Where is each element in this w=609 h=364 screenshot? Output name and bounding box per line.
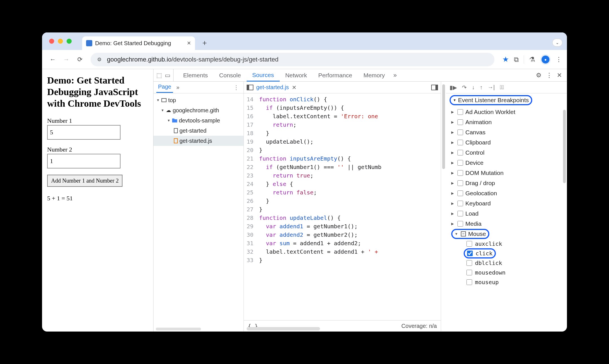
category-checkbox[interactable]: [457, 160, 463, 166]
category-checkbox[interactable]: [457, 150, 463, 155]
editor-v-scrollbar[interactable]: [441, 82, 446, 332]
tab-network[interactable]: Network: [280, 69, 313, 81]
close-tab-icon[interactable]: ✕: [187, 40, 191, 46]
omnibox[interactable]: ⚙ googlechrome.github.io/devtools-sample…: [91, 53, 494, 66]
experiments-icon[interactable]: ⚗: [529, 56, 535, 63]
category-canvas[interactable]: ▶Canvas: [446, 127, 567, 137]
toggle-navigator-icon[interactable]: [247, 85, 253, 90]
more-panels-button[interactable]: »: [391, 72, 400, 79]
step-over-icon[interactable]: ↷: [462, 84, 467, 91]
category-checkbox[interactable]: [457, 119, 463, 125]
event-auxclick[interactable]: auxclick: [446, 239, 567, 249]
navigator-scrollbar[interactable]: [156, 328, 201, 330]
tab-search-button[interactable]: ⌄: [552, 39, 562, 47]
category-ad-auction-worklet[interactable]: ▶Ad Auction Worklet: [446, 107, 567, 117]
site-settings-icon[interactable]: ⚙: [96, 56, 103, 63]
devtools: ⬚ ▭ Elements Console Sources Network Per…: [154, 69, 567, 332]
event-click[interactable]: click: [446, 249, 567, 258]
category-checkbox[interactable]: [457, 140, 463, 145]
debugger-pane: ▮▶ ↷ ↓ ↑ →| ◇⃠ ▼ Event Listener Breakpoi…: [446, 82, 567, 332]
event-listener-breakpoints-highlight: ▼ Event Listener Breakpoints: [450, 95, 532, 105]
category-clipboard[interactable]: ▶Clipboard: [446, 137, 567, 148]
number2-input[interactable]: [47, 154, 121, 168]
navigator-more-button[interactable]: »: [175, 84, 181, 91]
navigator-tab-page[interactable]: Page: [156, 82, 173, 93]
tab-memory[interactable]: Memory: [358, 69, 391, 81]
add-button[interactable]: Add Number 1 and Number 2: [47, 175, 122, 187]
event-checkbox[interactable]: [466, 270, 472, 275]
devtools-menu-icon[interactable]: ⋮: [544, 72, 555, 79]
category-checkbox[interactable]: [457, 190, 463, 196]
event-checkbox[interactable]: [466, 260, 472, 266]
tree-file-html[interactable]: get-started: [154, 126, 244, 136]
number1-input[interactable]: [47, 125, 121, 140]
category-drag-drop[interactable]: ▶Drag / drop: [446, 178, 567, 188]
mouse-mixed-checkbox-icon[interactable]: −: [461, 231, 466, 236]
step-icon[interactable]: →|: [488, 84, 495, 91]
editor-h-scrollbar[interactable]: [247, 327, 320, 330]
event-mousedown[interactable]: mousedown: [446, 268, 567, 277]
event-checkbox[interactable]: [466, 279, 472, 285]
category-geolocation[interactable]: ▶Geolocation: [446, 188, 567, 198]
event-checkbox[interactable]: [467, 251, 473, 256]
category-checkbox[interactable]: [457, 221, 463, 227]
category-keyboard[interactable]: ▶Keyboard: [446, 198, 567, 209]
event-checkbox[interactable]: [466, 241, 472, 247]
category-checkbox[interactable]: [457, 211, 463, 216]
device-toggle-icon[interactable]: ▭: [165, 72, 170, 79]
browser-menu-button[interactable]: ⋮: [556, 56, 562, 63]
new-tab-button[interactable]: ＋: [199, 37, 210, 48]
profile-button[interactable]: ●: [540, 54, 551, 65]
devtools-settings-icon[interactable]: ⚙: [534, 72, 544, 79]
js-file-icon: [174, 138, 178, 143]
bookmark-star-icon[interactable]: ★: [502, 55, 509, 64]
category-checkbox[interactable]: [457, 170, 463, 176]
editor-tab-file[interactable]: get-started.js: [256, 84, 289, 91]
tab-strip: Demo: Get Started Debugging ✕ ＋ ⌄: [42, 32, 567, 50]
maximize-window-button[interactable]: [67, 39, 72, 44]
toggle-debugger-icon[interactable]: [431, 85, 438, 90]
category-dom-mutation[interactable]: ▶DOM Mutation: [446, 168, 567, 178]
pause-resume-icon[interactable]: ▮▶: [450, 84, 457, 91]
back-button[interactable]: ←: [47, 54, 58, 65]
inspect-element-icon[interactable]: ⬚: [156, 72, 162, 79]
category-media[interactable]: ▶Media: [446, 219, 567, 229]
tree-file-js[interactable]: get-started.js: [154, 136, 244, 146]
right-pane-scrollbar[interactable]: [563, 110, 566, 329]
category-checkbox[interactable]: [457, 109, 463, 115]
step-into-icon[interactable]: ↓: [472, 84, 475, 91]
tab-elements[interactable]: Elements: [178, 69, 214, 81]
event-dblclick[interactable]: dblclick: [446, 258, 567, 268]
deactivate-breakpoints-icon[interactable]: ◇⃠: [500, 84, 504, 91]
tree-origin[interactable]: ▼☁googlechrome.gith: [154, 105, 244, 115]
devtools-close-icon[interactable]: ✕: [555, 72, 564, 79]
category-checkbox[interactable]: [457, 130, 463, 135]
minimize-window-button[interactable]: [58, 39, 63, 44]
browser-tab[interactable]: Demo: Get Started Debugging ✕: [82, 36, 195, 50]
category-control[interactable]: ▶Control: [446, 148, 567, 158]
tree-folder[interactable]: ▼devtools-sample: [154, 115, 244, 126]
forward-button[interactable]: →: [61, 54, 72, 65]
tab-performance[interactable]: Performance: [313, 69, 358, 81]
reload-button[interactable]: ⟳: [74, 54, 86, 65]
editor-tab-close-icon[interactable]: ✕: [292, 84, 297, 91]
browser-window: Demo: Get Started Debugging ✕ ＋ ⌄ ← → ⟳ …: [42, 32, 567, 332]
event-listener-breakpoints-header[interactable]: ▼ Event Listener Breakpoints: [446, 93, 567, 107]
tree-frame-top[interactable]: ▼top: [154, 95, 244, 105]
result-text: 5 + 1 = 51: [47, 195, 148, 202]
category-checkbox[interactable]: [457, 180, 463, 186]
navigator-menu-icon[interactable]: ⋮: [232, 84, 241, 91]
category-load[interactable]: ▶Load: [446, 209, 567, 219]
sources-body: Page » ⋮ ▼top ▼☁googlechrome.gith ▼devto…: [154, 82, 567, 332]
close-window-button[interactable]: [49, 39, 54, 44]
category-device[interactable]: ▶Device: [446, 158, 567, 168]
tab-sources[interactable]: Sources: [247, 69, 280, 82]
category-mouse[interactable]: ▼ − Mouse: [446, 229, 567, 239]
tab-console[interactable]: Console: [214, 69, 247, 81]
code-editor[interactable]: 14 15 16 17 18 19 20 21 22 23 24 25 26 2…: [244, 93, 441, 320]
step-out-icon[interactable]: ↑: [480, 84, 483, 91]
extensions-icon[interactable]: ⧉: [514, 56, 519, 63]
category-animation[interactable]: ▶Animation: [446, 117, 567, 127]
event-mouseup[interactable]: mouseup: [446, 277, 567, 287]
category-checkbox[interactable]: [457, 201, 463, 206]
